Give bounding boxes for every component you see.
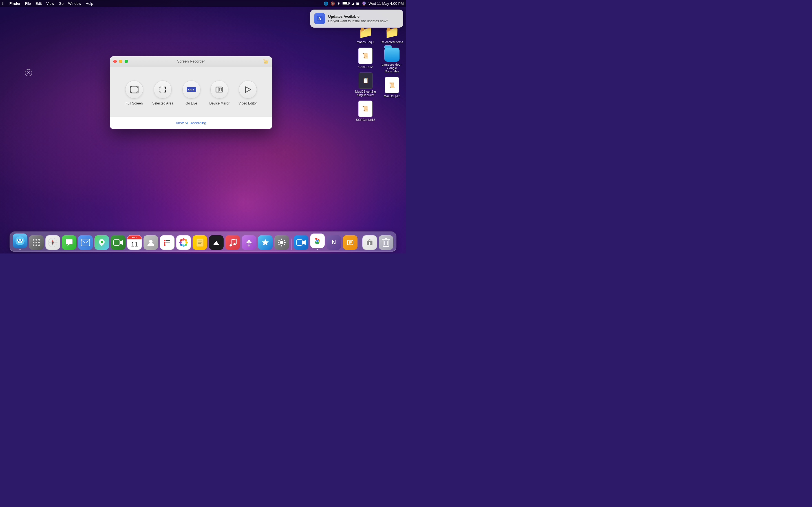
screen-icon[interactable]: ▣ (356, 1, 359, 6)
dock-icon-chrome (310, 233, 325, 248)
menu-file[interactable]: File (25, 1, 31, 6)
svg-text:A: A (318, 16, 321, 21)
recorder-buttons-container: Full Screen (116, 75, 266, 111)
svg-point-43 (164, 240, 165, 241)
menu-go[interactable]: Go (59, 1, 63, 6)
svg-point-50 (185, 239, 187, 241)
dock-icon-safari (45, 235, 60, 250)
svg-text:N: N (332, 239, 336, 245)
desktop-icon-label-macos-certsigning: MacOS.certSigningRequest (355, 90, 376, 97)
full-screen-button[interactable]: Full Screen (122, 78, 146, 108)
menu-help[interactable]: Help (86, 1, 93, 6)
svg-point-29 (38, 242, 40, 243)
svg-rect-69 (278, 242, 280, 243)
svg-point-49 (183, 238, 185, 240)
dock: MAY 11 (10, 231, 396, 252)
desktop-icon-certi1[interactable]: 📜 Certi1.p12 (358, 48, 373, 68)
dock-icon-launchpad (29, 235, 44, 250)
go-live-button[interactable]: LIVE Go Live (180, 78, 203, 108)
selected-area-button[interactable]: Selected Area (149, 78, 176, 108)
dock-item-sysprefs[interactable] (274, 235, 289, 250)
desktop-icon-macos-p12[interactable]: 📜 MacOS.p12 (384, 77, 400, 98)
view-all-recording-label: View All Recording (175, 121, 206, 125)
svg-rect-73 (278, 244, 280, 245)
desktop-icon-scr-certi[interactable]: 📜 SCRCerti.p12 (356, 101, 375, 121)
dock-item-mail[interactable] (78, 235, 93, 250)
desktop-icon-label-macos-faq: macos Faq 1 (357, 40, 375, 44)
globe-icon[interactable]: 🌐 (324, 1, 328, 6)
mute-icon[interactable]: 🔇 (331, 1, 335, 6)
battery-icon[interactable] (343, 1, 349, 6)
dock-item-podcasts[interactable] (242, 235, 256, 250)
dock-item-finder[interactable] (13, 233, 28, 250)
dock-item-facetime[interactable] (111, 235, 125, 250)
full-screen-label: Full Screen (126, 101, 143, 105)
dock-item-navi[interactable]: N (326, 235, 341, 250)
svg-point-42 (149, 240, 153, 243)
desktop-icon-gamesee[interactable]: gamesee doc - Google Docs_files (380, 48, 403, 73)
menu-edit[interactable]: Edit (36, 1, 42, 6)
dock-item-keychain[interactable] (362, 235, 377, 250)
svg-point-55 (179, 241, 182, 244)
svg-rect-75 (297, 240, 302, 245)
dock-item-launchpad[interactable] (29, 235, 44, 250)
close-circle-button[interactable] (25, 69, 32, 76)
desktop-icon-relocated[interactable]: 📁 Relocated Items (380, 25, 403, 44)
dock-icon-navi: N (326, 235, 341, 250)
dock-item-contacts[interactable] (144, 235, 158, 250)
dock-icon-finder (13, 233, 28, 248)
dock-icon-contacts (144, 235, 158, 250)
svg-point-51 (186, 241, 188, 244)
dock-item-calendar[interactable]: MAY 11 (127, 235, 142, 250)
video-editor-button[interactable]: Video Editor (236, 78, 260, 108)
window-title: Screen Recorder (177, 59, 205, 63)
dock-icon-photos (176, 235, 191, 250)
go-live-label: Go Live (186, 101, 197, 105)
window-close-button[interactable] (113, 60, 117, 63)
dock-item-notes[interactable] (193, 235, 207, 250)
svg-point-45 (164, 242, 165, 244)
app-name[interactable]: Finder (9, 1, 20, 6)
desktop-icon-macos-faq[interactable]: 📁 macos Faq 1 (357, 25, 375, 44)
dock-item-appstore[interactable] (258, 235, 273, 250)
dock-item-messages[interactable] (62, 235, 77, 250)
svg-point-87 (369, 242, 370, 244)
window-minimize-button[interactable] (119, 60, 122, 63)
wifi-icon[interactable]: ◢ (351, 1, 354, 6)
dock-item-proxyman[interactable] (343, 235, 357, 250)
svg-point-56 (180, 239, 183, 241)
view-all-recording-button[interactable]: View All Recording (110, 117, 272, 129)
dock-separator-2 (360, 238, 360, 250)
dock-icon-notes (193, 235, 207, 250)
dock-item-appletv[interactable] (209, 235, 223, 250)
notification-body: Do you want to install the updates now? (328, 19, 399, 23)
svg-point-32 (38, 244, 40, 246)
svg-point-28 (36, 242, 37, 243)
dock-item-music[interactable] (225, 235, 240, 250)
apple-menu[interactable]:  (2, 1, 4, 6)
svg-rect-70 (284, 242, 286, 243)
desktop-icon-macos-certsigning[interactable]: 📋 MacOS.certSigningRequest (355, 72, 376, 97)
dock-item-zoom[interactable] (294, 235, 308, 250)
bluetooth-icon[interactable]: ✱ (337, 1, 340, 6)
notification-banner[interactable]: A Updates Available Do you want to insta… (310, 10, 403, 27)
siri-icon[interactable]: 🔮 (362, 1, 366, 6)
dock-item-chrome[interactable] (310, 233, 325, 250)
device-mirror-button[interactable]: Device Mirror (207, 78, 232, 108)
svg-rect-17 (219, 88, 221, 91)
svg-point-22 (18, 239, 19, 241)
svg-rect-71 (278, 240, 280, 241)
menu-window[interactable]: Window (68, 1, 81, 6)
svg-marker-76 (302, 240, 306, 245)
dock-item-trash[interactable] (378, 235, 393, 250)
window-maximize-button[interactable] (124, 60, 128, 63)
svg-rect-57 (197, 238, 203, 246)
dock-item-reminders[interactable] (160, 235, 174, 250)
menu-view[interactable]: View (46, 1, 54, 6)
dock-item-safari[interactable] (45, 235, 60, 250)
dock-item-maps[interactable] (94, 235, 109, 250)
dock-icon-appstore (258, 235, 273, 250)
dock-item-photos[interactable] (176, 235, 191, 250)
svg-point-54 (180, 244, 183, 246)
svg-rect-68 (282, 245, 282, 246)
